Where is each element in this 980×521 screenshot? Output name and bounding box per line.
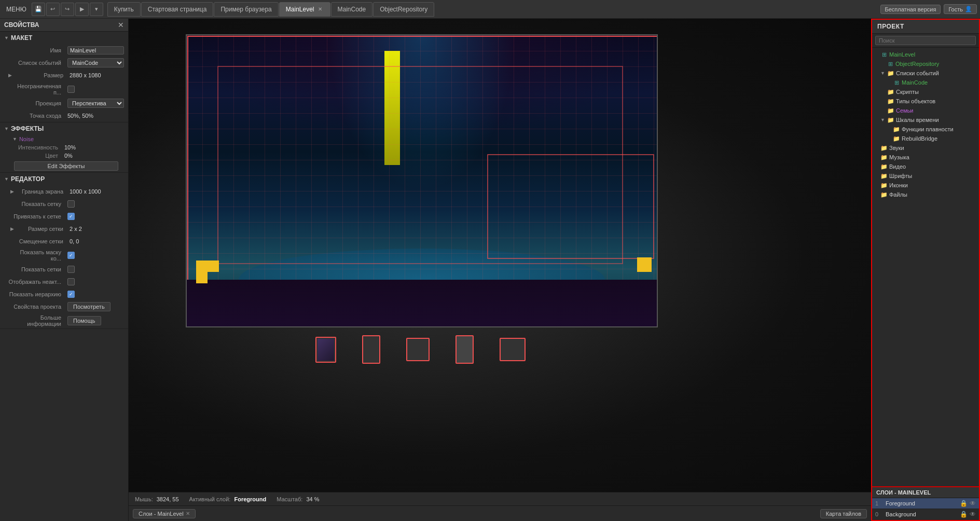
obj-5[interactable] (500, 338, 526, 361)
effects-section-header[interactable]: ▼ ЭФФЕКТЫ (0, 122, 128, 135)
tree-item-families[interactable]: 📁 Семьи (872, 106, 979, 115)
mainlevel-icon: ⊞ (880, 51, 888, 58)
background-lock-icon[interactable]: 🔒 (960, 511, 968, 518)
tree-item-video[interactable]: 📁 Видео (872, 162, 979, 171)
tree-item-files[interactable]: 📁 Файлы (872, 190, 979, 199)
tab-mainlevel-close[interactable]: ✕ (316, 6, 324, 13)
tab-start-page[interactable]: Стартовая страница (141, 2, 214, 17)
tree-item-scripts[interactable]: 📁 Скрипты (872, 87, 979, 97)
layer-foreground[interactable]: 1 Foreground 🔒 👁 (872, 498, 979, 509)
layers-tab-label: Слои - MainLevel (139, 511, 184, 517)
tree-item-timelines[interactable]: ▼ 📁 Шкалы времени (872, 115, 979, 125)
show-grids-checkbox[interactable] (67, 266, 75, 273)
unlimited-checkbox[interactable] (67, 86, 75, 93)
undo-icon-btn[interactable]: ↩ (46, 3, 60, 16)
obj-2[interactable] (362, 335, 380, 364)
view-button[interactable]: Посмотреть (67, 302, 111, 311)
more-btn[interactable]: ▾ (90, 3, 103, 16)
editor-title: РЕДАКТОР (11, 175, 45, 183)
play-button[interactable]: ▶ (75, 3, 89, 16)
search-input[interactable] (875, 36, 976, 45)
foreground-num: 1 (875, 500, 884, 506)
fonts-folder-icon: 📁 (880, 172, 888, 180)
tree-item-fonts[interactable]: 📁 Шрифты (872, 171, 979, 181)
panel-close-icon[interactable]: ✕ (118, 21, 124, 29)
obj-3[interactable] (406, 338, 430, 361)
search-box (872, 34, 979, 48)
layers-tab-close[interactable]: ✕ (186, 511, 190, 516)
mainlevel-label: MainLevel (889, 51, 915, 58)
scale-status: Масштаб: 34 % (277, 496, 319, 502)
editor-section-header[interactable]: ▼ РЕДАКТОР (0, 173, 128, 185)
scene-floor (187, 280, 657, 326)
name-input[interactable] (67, 46, 124, 54)
show-grid-checkbox[interactable] (67, 200, 75, 208)
tree-item-icons[interactable]: 📁 Иконки (872, 181, 979, 190)
menu-button[interactable]: МЕНЮ (3, 6, 30, 13)
files-folder-icon: 📁 (880, 191, 888, 198)
foreground-lock-icon[interactable]: 🔒 (960, 500, 968, 507)
events-label: Список событий (8, 60, 65, 66)
status-bar: Мышь: 3824, 55 Активный слой: Foreground… (129, 492, 871, 505)
tab-maincode[interactable]: MainCode (331, 2, 373, 17)
layer-background[interactable]: 0 Background 🔒 👁 (872, 509, 979, 520)
tree-item-maincode[interactable]: ⊞ MainCode (872, 78, 979, 87)
layers-tab[interactable]: Слои - MainLevel ✕ (133, 509, 196, 518)
tab-buy[interactable]: Купить (107, 2, 141, 17)
grid-size-label: Размер сетки (18, 226, 67, 232)
foreground-vis-icon[interactable]: 👁 (970, 500, 976, 507)
canvas-container[interactable] (129, 19, 871, 492)
layers-header: СЛОИ - MAINLEVEL (872, 487, 979, 498)
yellow-block-1 (196, 260, 208, 272)
help-button[interactable]: Помощь (67, 316, 101, 325)
editor-section: ▼ РЕДАКТОР ▶ Граница экрана 1000 x 1000 … (0, 173, 128, 329)
tree-item-objectrepository[interactable]: ⊞ ObjectRepository (872, 59, 979, 68)
show-hierarchy-label: Показать иерархию (8, 291, 65, 297)
obj-1[interactable] (315, 337, 336, 363)
tree-item-events[interactable]: ▼ 📁 Списки событий (872, 68, 979, 78)
more-info-label: Больше информации (8, 314, 65, 327)
show-inactive-row: Отображать неакт... (0, 276, 128, 288)
tree-item-mainlevel[interactable]: ⊞ MainLevel (872, 50, 979, 59)
tilemap-button[interactable]: Карта тайлов (820, 509, 867, 518)
snap-grid-checkbox[interactable] (67, 213, 75, 220)
files-label: Файлы (889, 191, 907, 198)
maincode-icon: ⊞ (893, 79, 900, 86)
objectrepository-label: ObjectRepository (895, 61, 939, 67)
level-viewport[interactable] (186, 34, 658, 327)
save-icon-btn[interactable]: 💾 (32, 3, 45, 16)
size-arrow: ▶ (8, 73, 13, 78)
tree-item-music[interactable]: 📁 Музыка (872, 153, 979, 162)
edit-effects-button[interactable]: Edit Эффекты (14, 161, 118, 171)
object-types-icon: 📁 (887, 98, 894, 105)
tree-item-rebuild-bridge[interactable]: 📁 RebuildBridge (872, 134, 979, 143)
sounds-label: Звуки (889, 145, 904, 151)
show-mask-checkbox[interactable] (67, 252, 75, 259)
tab-objectrepository[interactable]: ObjectRepository (373, 2, 434, 17)
obj-4[interactable] (456, 335, 474, 364)
background-vis-icon[interactable]: 👁 (970, 511, 976, 518)
guest-button[interactable]: Гость 👤 (944, 4, 977, 14)
show-hierarchy-checkbox[interactable] (67, 291, 75, 298)
tree-item-object-types[interactable]: 📁 Типы объектов (872, 97, 979, 106)
name-row: Имя (0, 44, 128, 57)
mouse-coords: 3824, 55 (157, 496, 179, 502)
layout-section: ▼ МАКЕТ Имя Список событий MainCode ▶ Ра… (0, 32, 128, 122)
panel-title: СВОЙСТВА (4, 21, 39, 29)
objectrepository-icon: ⊞ (887, 60, 894, 67)
canvas-background (129, 19, 871, 492)
redo-icon-btn[interactable]: ↪ (61, 3, 74, 16)
tree-item-easing[interactable]: 📁 Функции плавности (872, 125, 979, 134)
layers-title: СЛОИ - MAINLEVEL (876, 489, 931, 496)
events-select[interactable]: MainCode (67, 58, 124, 67)
intensity-value: 10% (64, 144, 124, 150)
tree-item-sounds[interactable]: 📁 Звуки (872, 143, 979, 153)
show-mask-row: Показать маску ко... (0, 248, 128, 263)
projection-select[interactable]: Перспектива (67, 99, 124, 108)
layout-section-header[interactable]: ▼ МАКЕТ (0, 32, 128, 44)
events-folder-icon: 📁 (887, 70, 894, 77)
tab-mainlevel[interactable]: MainLevel ✕ (279, 2, 330, 17)
show-inactive-checkbox[interactable] (67, 278, 75, 285)
tab-browser-example[interactable]: Пример браузера (214, 2, 278, 17)
project-props-row: Свойства проекта Посмотреть (0, 300, 128, 313)
